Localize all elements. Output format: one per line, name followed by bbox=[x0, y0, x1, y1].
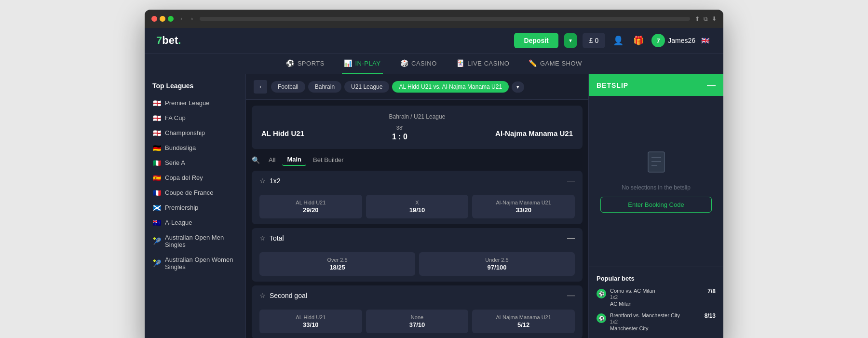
tab-main[interactable]: Main bbox=[282, 154, 306, 166]
sidebar-item-coupe-de-france[interactable]: 🇫🇷 Coupe de France bbox=[145, 185, 245, 200]
match-teams: AL Hidd U21 38' 1 : 0 Al-Najma Manama U2… bbox=[261, 125, 573, 141]
market-second-goal-label: Second goal bbox=[270, 292, 307, 299]
breadcrumb-match[interactable]: AL Hidd U21 vs. Al-Najma Manama U21 bbox=[392, 81, 509, 93]
odds-away-label: Al-Najma Manama U21 bbox=[496, 200, 551, 205]
sidebar-item-premier-league[interactable]: 🏴󠁧󠁢󠁥󠁮󠁧󠁿 Premier League bbox=[145, 95, 245, 110]
nav-casino[interactable]: 🎲 CASINO bbox=[398, 54, 439, 74]
market-1x2-header[interactable]: ☆ 1x2 — bbox=[252, 171, 583, 191]
browser-chrome: ‹ › ⬆ ⧉ ⬇ bbox=[145, 10, 723, 28]
aus-open-women-label: Australian Open Women Singles bbox=[165, 256, 238, 270]
breadcrumb-bahrain[interactable]: Bahrain bbox=[308, 81, 341, 93]
odds-over-2-5[interactable]: Over 2.5 18/25 bbox=[259, 252, 415, 276]
language-flag[interactable]: 🇬🇧 bbox=[701, 37, 712, 44]
betslip-minimize-button[interactable]: — bbox=[707, 80, 716, 90]
championship-label: Championship bbox=[165, 129, 205, 136]
market-1x2-collapse[interactable]: — bbox=[567, 176, 575, 185]
sidebar: Top Leagues 🏴󠁧󠁢󠁥󠁮󠁧󠁿 Premier League 🏴󠁧󠁢󠁥󠁮… bbox=[145, 74, 246, 338]
sidebar-item-aus-open-women[interactable]: 🎾 Australian Open Women Singles bbox=[145, 252, 245, 274]
breadcrumb-football[interactable]: Football bbox=[271, 81, 305, 93]
popular-bets-title: Popular bets bbox=[597, 275, 716, 282]
over-label: Over 2.5 bbox=[327, 257, 347, 263]
popular-bet-1[interactable]: ⚽ Como vs. AC Milan 1x2 AC Milan 7/8 bbox=[597, 288, 716, 307]
championship-flag: 🏴󠁧󠁢󠁥󠁮󠁧󠁿 bbox=[152, 130, 161, 136]
home-sg-value: 33/10 bbox=[303, 321, 319, 328]
match-league: Bahrain / U21 League bbox=[261, 113, 573, 120]
gifts-icon-button[interactable]: 🎁 bbox=[631, 33, 646, 48]
odds-home-value: 29/20 bbox=[303, 206, 319, 214]
nav-in-play[interactable]: 📊 IN-PLAY bbox=[342, 54, 383, 74]
market-second-goal: ☆ Second goal — AL Hidd U21 33/10 None 3… bbox=[252, 285, 583, 338]
breadcrumb-bar: ‹ Football Bahrain U21 League AL Hidd U2… bbox=[246, 74, 588, 100]
breadcrumb-u21-league[interactable]: U21 League bbox=[344, 81, 389, 93]
nav-sports[interactable]: ⚽ SPORTS bbox=[284, 54, 326, 74]
fullscreen-button[interactable] bbox=[168, 16, 174, 22]
account-icon-button[interactable]: 👤 bbox=[611, 33, 625, 48]
header-actions: Deposit ▾ £ 0 👤 🎁 7 James26 🇬🇧 bbox=[514, 33, 712, 48]
bundesliga-flag: 🇩🇪 bbox=[152, 145, 161, 151]
address-bar[interactable] bbox=[200, 17, 690, 21]
share-button[interactable]: ⬆ bbox=[695, 15, 700, 22]
soccer-ball-icon-2: ⚽ bbox=[597, 313, 606, 323]
second-goal-star-icon[interactable]: ☆ bbox=[259, 292, 266, 299]
breadcrumb-chevron[interactable]: ▾ bbox=[512, 81, 524, 93]
premier-league-flag: 🏴󠁧󠁢󠁥󠁮󠁧󠁿 bbox=[152, 100, 161, 107]
close-button[interactable] bbox=[151, 16, 157, 22]
odds-home-label: AL Hidd U21 bbox=[296, 200, 326, 205]
deposit-dropdown-button[interactable]: ▾ bbox=[564, 33, 577, 48]
sidebar-item-copa-del-rey[interactable]: 🇪🇸 Copa del Rey bbox=[145, 170, 245, 185]
popular-bet-1-odds: 7/8 bbox=[707, 288, 716, 295]
market-total-header[interactable]: ☆ Total — bbox=[252, 228, 583, 248]
main-layout: Top Leagues 🏴󠁧󠁢󠁥󠁮󠁧󠁿 Premier League 🏴󠁧󠁢󠁥󠁮… bbox=[145, 74, 723, 338]
sidebar-item-championship[interactable]: 🏴󠁧󠁢󠁥󠁮󠁧󠁿 Championship bbox=[145, 125, 245, 140]
minimize-button[interactable] bbox=[160, 16, 165, 22]
add-tab-button[interactable]: ⧉ bbox=[704, 15, 708, 22]
popular-bet-2[interactable]: ⚽ Brentford vs. Manchester City 1x2 Manc… bbox=[597, 312, 716, 331]
serie-a-label: Serie A bbox=[165, 159, 185, 166]
breadcrumb-back-button[interactable]: ‹ bbox=[254, 80, 267, 94]
odds-row-1x2: AL Hidd U21 29/20 X 19/10 Al-Najma Manam… bbox=[252, 191, 583, 224]
odds-under-2-5[interactable]: Under 2.5 97/100 bbox=[419, 252, 575, 276]
odds-away-1x2[interactable]: Al-Najma Manama U21 33/20 bbox=[472, 195, 575, 218]
nav-live-casino[interactable]: 🃏 LIVE CASINO bbox=[454, 54, 512, 74]
sidebar-item-aus-open-men[interactable]: 🎾 Australian Open Men Singles bbox=[145, 230, 245, 252]
tab-bet-builder[interactable]: Bet Builder bbox=[308, 154, 349, 165]
booking-code-button[interactable]: Enter Booking Code bbox=[600, 197, 712, 213]
back-button[interactable]: ‹ bbox=[178, 14, 184, 23]
live-casino-icon: 🃏 bbox=[456, 59, 465, 67]
nav-game-show[interactable]: ✏️ GAME SHOW bbox=[527, 54, 583, 74]
home-team: AL Hidd U21 bbox=[261, 129, 304, 137]
deposit-button[interactable]: Deposit bbox=[514, 33, 558, 48]
odds-home-1x2[interactable]: AL Hidd U21 29/20 bbox=[259, 195, 362, 218]
coupe-de-france-label: Coupe de France bbox=[165, 189, 213, 196]
logo-dot: . bbox=[178, 34, 181, 46]
browser-actions: ⬆ ⧉ ⬇ bbox=[695, 15, 717, 22]
odds-away-sg[interactable]: Al-Najma Manama U21 5/12 bbox=[472, 310, 575, 333]
market-second-goal-collapse[interactable]: — bbox=[567, 291, 575, 300]
tab-all[interactable]: All bbox=[264, 154, 280, 165]
odds-draw-1x2[interactable]: X 19/10 bbox=[366, 195, 469, 218]
sidebar-item-serie-a[interactable]: 🇮🇹 Serie A bbox=[145, 155, 245, 170]
market-search-button[interactable]: 🔍 bbox=[252, 156, 260, 164]
popular-bets-section: Popular bets ⚽ Como vs. AC Milan 1x2 AC … bbox=[589, 267, 723, 338]
1x2-star-icon[interactable]: ☆ bbox=[259, 177, 266, 185]
odds-home-sg[interactable]: AL Hidd U21 33/10 bbox=[259, 310, 362, 333]
logo[interactable]: 7bet. bbox=[156, 34, 181, 47]
popular-bet-1-type: 1x2 bbox=[610, 295, 704, 300]
odds-none-sg[interactable]: None 37/10 bbox=[366, 310, 469, 333]
coupe-de-france-flag: 🇫🇷 bbox=[152, 189, 161, 196]
market-total-collapse[interactable]: — bbox=[567, 234, 575, 243]
logo-text: bet bbox=[162, 34, 178, 46]
popular-bet-2-odds: 8/13 bbox=[705, 312, 716, 319]
browser-frame: ‹ › ⬆ ⧉ ⬇ 7bet. Deposit ▾ £ 0 👤 🎁 7 Jame… bbox=[145, 10, 723, 338]
sidebar-item-premiership[interactable]: 🏴󠁧󠁢󠁳󠁣󠁴󠁿 Premiership bbox=[145, 200, 245, 215]
sidebar-item-bundesliga[interactable]: 🇩🇪 Bundesliga bbox=[145, 140, 245, 155]
sidebar-item-fa-cup[interactable]: 🏴󠁧󠁢󠁥󠁮󠁧󠁿 FA Cup bbox=[145, 110, 245, 125]
app: 7bet. Deposit ▾ £ 0 👤 🎁 7 James26 🇬🇧 ⚽ S… bbox=[145, 28, 723, 338]
user-info[interactable]: 7 James26 bbox=[651, 34, 695, 47]
sidebar-item-a-league[interactable]: 🇦🇺 A-League bbox=[145, 215, 245, 230]
forward-button[interactable]: › bbox=[189, 14, 195, 23]
betslip-header: BETSLIP — bbox=[589, 74, 723, 96]
total-star-icon[interactable]: ☆ bbox=[259, 234, 266, 242]
download-button[interactable]: ⬇ bbox=[712, 15, 717, 22]
market-second-goal-header[interactable]: ☆ Second goal — bbox=[252, 285, 583, 306]
